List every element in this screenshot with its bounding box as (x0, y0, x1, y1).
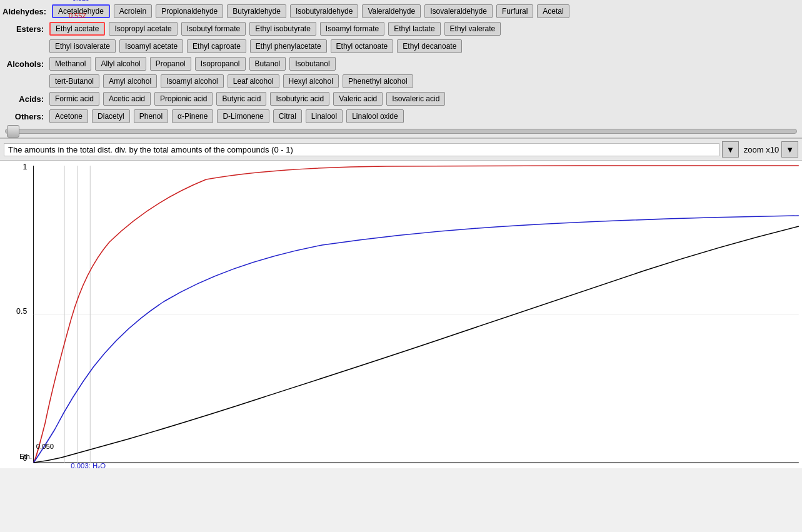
isovaleraldehyde-btn[interactable]: Isovaleraldehyde (424, 4, 493, 18)
isobutyl-formate-btn[interactable]: Isobutyl formate (181, 22, 246, 36)
isobutyric-acid-btn[interactable]: Isobutyric acid (270, 92, 329, 106)
ethyl-decanoate-btn[interactable]: Ethyl decanoate (397, 39, 462, 53)
slider-track[interactable] (5, 129, 797, 134)
acids-label: Acids: (3, 94, 48, 104)
ethyl-isobutyrate-btn[interactable]: Ethyl isobutyrate (249, 22, 316, 36)
diacetyl-btn[interactable]: Diacetyl (92, 109, 130, 123)
esters-label: Esters: (3, 24, 48, 34)
esters-row2: Ethyl isovalerate Isoamyl acetate Ethyl … (48, 39, 799, 54)
ethyl-acetate-value: 0.552 (69, 12, 86, 19)
propanol-btn[interactable]: Propanol (150, 57, 191, 71)
ethyl-octanoate-btn[interactable]: Ethyl octanoate (331, 39, 394, 53)
linalool-oxide-btn[interactable]: Linalool oxide (346, 109, 403, 123)
svg-text:0.003; H₂O: 0.003; H₂O (71, 462, 106, 468)
propionic-acid-btn[interactable]: Propionic acid (154, 92, 213, 106)
acetic-acid-btn[interactable]: Acetic acid (103, 92, 151, 106)
isobutyraldehyde-btn[interactable]: Isobutyraldehyde (290, 4, 358, 18)
zoom-label: zoom x10 (744, 145, 779, 154)
slider-row (3, 126, 799, 136)
hexyl-alcohol-btn[interactable]: Hexyl alcohol (283, 74, 339, 88)
top-panel: Aldehydes: 0.329 Acetaldehyde Acrolein P… (0, 0, 802, 138)
controls-bar: The amounts in the total dist. div. by t… (0, 139, 802, 161)
others-row: Others: Acetone Diacetyl Phenol α-Pinene… (3, 109, 799, 124)
leaf-alcohol-btn[interactable]: Leaf alcohol (228, 74, 279, 88)
esters-row1: Esters: 0.552 Ethyl acetate Isopropyl ac… (3, 21, 799, 36)
svg-text:0.5: 0.5 (16, 307, 27, 316)
ethyl-acetate-wrapper: 0.552 Ethyl acetate (48, 21, 107, 36)
isopropanol-btn[interactable]: Isopropanol (195, 57, 246, 71)
aldehydes-label: Aldehydes: (3, 7, 50, 16)
ethyl-isovalerate-btn[interactable]: Ethyl isovalerate (49, 39, 116, 53)
tert-butanol-btn[interactable]: tert-Butanol (49, 74, 99, 88)
acetal-btn[interactable]: Acetal (537, 4, 569, 18)
isoamyl-alcohol-btn[interactable]: Isoamyl alcohol (161, 74, 224, 88)
acetone-btn[interactable]: Acetone (49, 109, 88, 123)
svg-text:Eth.: Eth. (19, 453, 32, 460)
aldehydes-row: Aldehydes: 0.329 Acetaldehyde Acrolein P… (3, 4, 799, 19)
valeric-acid-btn[interactable]: Valeric acid (333, 92, 383, 106)
chart-svg: 1 0.5 0 Eth. (0, 161, 802, 468)
slider-thumb[interactable] (7, 125, 19, 138)
alpha-pinene-btn[interactable]: α-Pinene (172, 109, 213, 123)
propionaldehyde-btn[interactable]: Propionaldehyde (156, 4, 223, 18)
chart-area: 1 0.5 0 Eth. (0, 161, 802, 468)
methanol-btn[interactable]: Methanol (49, 57, 91, 71)
formic-acid-btn[interactable]: Formic acid (49, 92, 99, 106)
acetaldehyde-value: 0.329 (73, 0, 90, 2)
isoamyl-acetate-btn[interactable]: Isoamyl acetate (119, 39, 183, 53)
chart-description: The amounts in the total dist. div. by t… (4, 143, 719, 156)
linalool-btn[interactable]: Linalool (306, 109, 343, 123)
others-label: Others: (3, 112, 48, 121)
ethyl-acetate-btn[interactable]: Ethyl acetate (49, 22, 105, 36)
isoamyl-formate-btn[interactable]: Isoamyl formate (320, 22, 384, 36)
isobutanol-btn[interactable]: Isobutanol (289, 57, 335, 71)
ethyl-valerate-btn[interactable]: Ethyl valerate (444, 22, 501, 36)
svg-text:0.050: 0.050 (36, 443, 54, 450)
d-limonene-btn[interactable]: D-Limonene (217, 109, 269, 123)
alcohols-row2: tert-Butanol Amyl alcohol Isoamyl alcoho… (48, 74, 799, 89)
zoom-dropdown-btn[interactable]: ▼ (781, 141, 798, 158)
alcohols-label: Alcohols: (3, 59, 48, 69)
amyl-alcohol-btn[interactable]: Amyl alcohol (103, 74, 157, 88)
butyric-acid-btn[interactable]: Butyric acid (216, 92, 266, 106)
alcohols-row1: Alcohols: Methanol Allyl alcohol Propano… (3, 56, 799, 71)
ethyl-caproate-btn[interactable]: Ethyl caproate (187, 39, 246, 53)
bottom-panel: The amounts in the total dist. div. by t… (0, 138, 802, 468)
phenethyl-alcohol-btn[interactable]: Phenethyl alcohol (343, 74, 413, 88)
ethyl-lactate-btn[interactable]: Ethyl lactate (388, 22, 440, 36)
valeraldehyde-btn[interactable]: Valeraldehyde (362, 4, 421, 18)
butanol-btn[interactable]: Butanol (249, 57, 286, 71)
allyl-alcohol-btn[interactable]: Allyl alcohol (95, 57, 146, 71)
acrolein-btn[interactable]: Acrolein (114, 4, 152, 18)
phenol-btn[interactable]: Phenol (134, 109, 168, 123)
isovaleric-acid-btn[interactable]: Isovaleric acid (386, 92, 445, 106)
svg-text:1: 1 (23, 163, 27, 171)
acids-row: Acids: Formic acid Acetic acid Propionic… (3, 91, 799, 106)
furfural-btn[interactable]: Furfural (496, 4, 533, 18)
isopropyl-acetate-btn[interactable]: Isopropyl acetate (109, 22, 177, 36)
description-dropdown-btn[interactable]: ▼ (722, 141, 739, 158)
butyraldehyde-btn[interactable]: Butyraldehyde (227, 4, 286, 18)
ethyl-phenylacetate-btn[interactable]: Ethyl phenylacetate (250, 39, 327, 53)
citral-btn[interactable]: Citral (273, 109, 302, 123)
